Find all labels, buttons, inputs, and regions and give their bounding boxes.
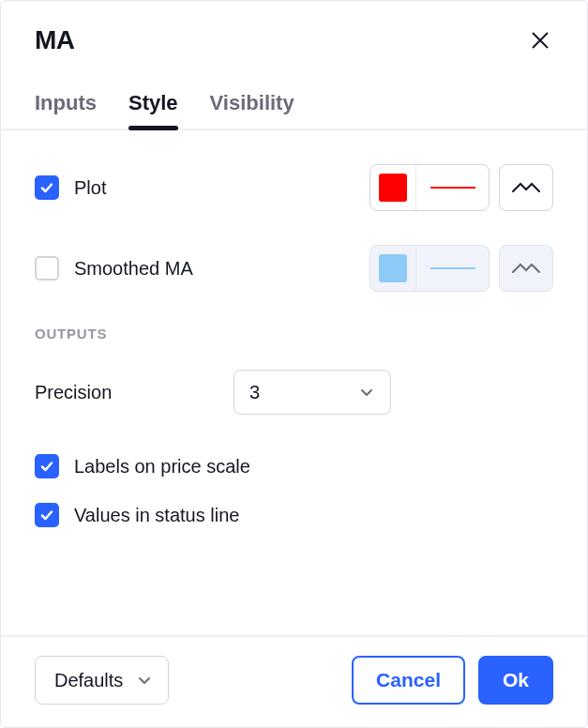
smoothed-line-thickness: [415, 246, 489, 291]
check-icon: [39, 180, 54, 195]
dialog-title: MA: [35, 25, 75, 55]
close-button[interactable]: [527, 27, 553, 53]
values-in-status-line-checkbox[interactable]: [35, 503, 59, 527]
tab-inputs[interactable]: Inputs: [35, 91, 97, 129]
smoothed-ma-checkbox[interactable]: [35, 256, 59, 281]
cancel-button[interactable]: Cancel: [352, 656, 465, 705]
plot-color-line-picker[interactable]: [369, 164, 490, 211]
precision-select[interactable]: 3: [234, 370, 391, 415]
wave-icon: [511, 180, 541, 195]
labels-on-price-scale-label: Labels on price scale: [74, 456, 250, 478]
tabs: Inputs Style Visibility: [1, 55, 587, 130]
tab-style[interactable]: Style: [128, 91, 178, 129]
chevron-down-icon: [136, 672, 153, 689]
smoothed-color-swatch: [370, 246, 415, 291]
smoothed-color-line-picker[interactable]: [369, 245, 490, 292]
chevron-down-icon: [358, 384, 375, 401]
plot-line-thickness: [415, 165, 489, 210]
check-icon: [39, 508, 54, 523]
smoothed-color-value: [379, 254, 407, 282]
precision-label: Precision: [35, 382, 234, 403]
ok-button[interactable]: Ok: [478, 656, 553, 705]
smoothed-line-style-button[interactable]: [499, 245, 553, 292]
tab-visibility[interactable]: Visibility: [210, 91, 294, 129]
plot-label: Plot: [74, 177, 369, 199]
defaults-button[interactable]: Defaults: [35, 656, 169, 705]
close-icon: [529, 29, 551, 52]
smoothed-ma-label: Smoothed MA: [74, 258, 369, 280]
plot-color-value: [379, 174, 407, 202]
wave-icon: [511, 261, 541, 276]
precision-value: 3: [249, 382, 260, 403]
labels-on-price-scale-checkbox[interactable]: [35, 454, 59, 478]
plot-color-swatch: [370, 165, 415, 210]
plot-line-style-button[interactable]: [499, 164, 553, 211]
outputs-section-label: OUTPUTS: [35, 326, 553, 341]
check-icon: [39, 459, 54, 474]
values-in-status-line-label: Values in status line: [74, 505, 239, 526]
plot-checkbox[interactable]: [35, 175, 59, 200]
defaults-label: Defaults: [54, 670, 123, 691]
